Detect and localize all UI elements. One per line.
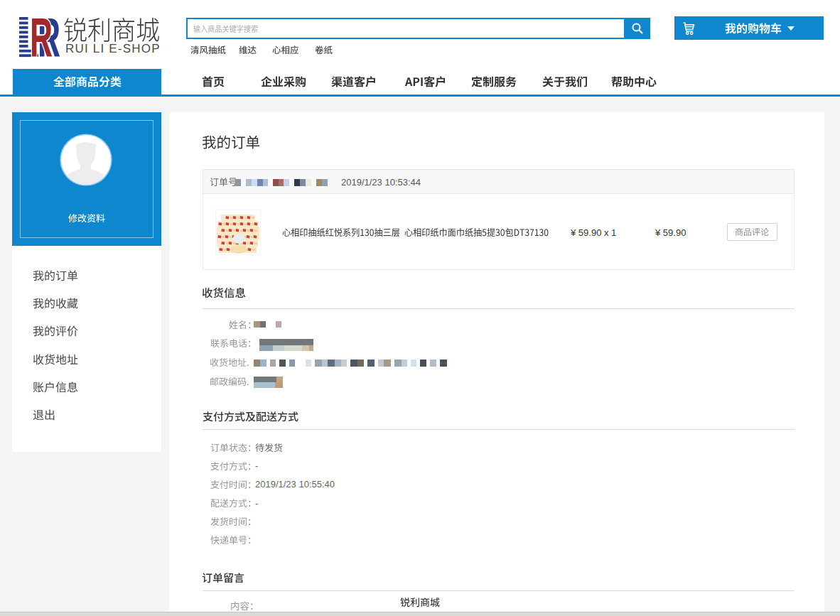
svg-text:R: R: [30, 15, 53, 60]
